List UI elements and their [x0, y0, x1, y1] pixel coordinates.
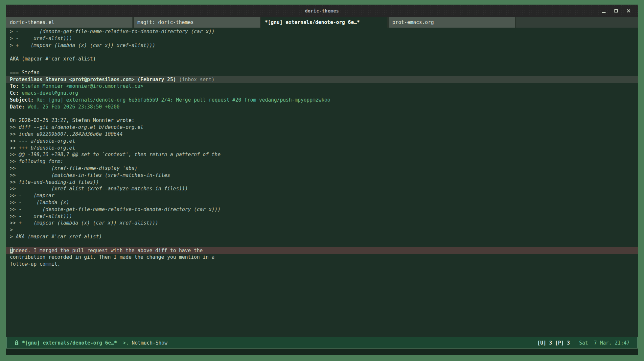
- close-icon: [627, 9, 631, 13]
- buffer-line: > - xref-alist))): [6, 35, 638, 42]
- window-controls: [600, 5, 632, 17]
- buffer-line: follow-up commit.: [6, 261, 638, 268]
- echo-area[interactable]: [6, 349, 638, 355]
- notmuch-show-buffer[interactable]: > - (denote-get-file-name-relative-to-de…: [6, 28, 638, 337]
- modeline[interactable]: *[gnu] externals/denote-org 6e…* >. Notm…: [6, 337, 638, 349]
- tab-magit-doric-themes[interactable]: magit: doric-themes: [134, 17, 260, 28]
- to-line: To: Stefan Monnier <monnier@iro.umontrea…: [6, 83, 638, 90]
- close-button[interactable]: [625, 7, 632, 15]
- tab-bar-filler: [516, 17, 638, 28]
- buffer-line: [6, 62, 638, 69]
- modeline-separator: >.: [123, 340, 129, 346]
- window-title: doric-themes: [305, 8, 339, 13]
- tab-doric-themes-el[interactable]: doric-themes.el: [6, 17, 132, 28]
- minimize-icon: [602, 12, 606, 13]
- buffer-line: >: [6, 227, 638, 233]
- buffer-line: >> - (denote-get-file-name-relative-to-d…: [6, 206, 638, 213]
- maximize-button[interactable]: [612, 7, 620, 15]
- buffer-line: >> - xref-alist))): [6, 213, 638, 220]
- buffer-line: >> diff --git a/denote-org.el b/denote-o…: [6, 124, 638, 131]
- buffer-line: >> (xref-file-name-display 'abs): [6, 165, 638, 172]
- buffer-line: >> - (mapcar: [6, 192, 638, 199]
- buffer-line: >> (matches-in-files (xref-matches-in-fi…: [6, 172, 638, 179]
- buffer-line: >> file-and-heading-id files)): [6, 179, 638, 186]
- minimize-button[interactable]: [600, 7, 608, 15]
- window-titlebar[interactable]: doric-themes: [6, 5, 638, 17]
- buffer-line: >> + (mapcar (lambda (x) (car x)) xref-a…: [6, 220, 638, 227]
- modeline-clock: Sat 7 Mar, 21:47: [579, 340, 630, 346]
- subject-line: Subject: Re: [gnu] externals/denote-org …: [6, 97, 638, 104]
- buffer-line: > - (denote-get-file-name-relative-to-de…: [6, 28, 638, 35]
- buffer-line: >> (xref-alist (xref--analyze matches-in…: [6, 185, 638, 192]
- buffer-line: >> @@ -198,10 +198,7 @@ set to `context'…: [6, 151, 638, 158]
- buffer-line: AKA (mapcar #'car xref-alist): [6, 56, 638, 62]
- buffer-line: >> +++ b/denote-org.el: [6, 145, 638, 152]
- date-line: Date: Wed, 25 Feb 2026 23:38:50 +0200: [6, 104, 638, 110]
- buffer-line: >> --- a/denote-org.el: [6, 138, 638, 145]
- buffer-line: > AKA (mapcar #'car xref-alist): [6, 233, 638, 240]
- cursor-line: Indeed. I merged the pull request with t…: [6, 247, 638, 254]
- tab-prot-emacs-org[interactable]: prot-emacs.org: [389, 17, 515, 28]
- buffer-line: contribution recorded in git. Then I mad…: [6, 254, 638, 261]
- buffer-line: [6, 49, 638, 56]
- buffer-line: === Stefan: [6, 69, 638, 76]
- emacs-frame: doric-themes doric-themes.elmagit: doric…: [6, 5, 638, 355]
- modeline-mail-counts: [U] 3 [P] 3: [537, 340, 570, 346]
- modeline-right: [U] 3 [P] 3 Sat 7 Mar, 21:47: [537, 340, 630, 346]
- tab-denote-org-buffer[interactable]: *[gnu] externals/denote-org 6e…*: [261, 17, 387, 28]
- buffer-line: >> following form:: [6, 158, 638, 165]
- modeline-buffer-name[interactable]: *[gnu] externals/denote-org 6e…*: [22, 340, 117, 346]
- modeline-left: *[gnu] externals/denote-org 6e…* >. Notm…: [14, 340, 167, 346]
- buffer-line: >> - (lambda (x): [6, 199, 638, 206]
- tab-bar: doric-themes.elmagit: doric-themes*[gnu]…: [6, 17, 638, 28]
- lock-icon: [14, 340, 19, 346]
- buffer-line: On 2026-02-25 23:27, Stefan Monnier wrot…: [6, 117, 638, 124]
- buffer-line: > + (mapcar (lambda (x) (car x)) xref-al…: [6, 42, 638, 49]
- maximize-icon: [614, 9, 618, 12]
- buffer-line: [6, 240, 638, 247]
- message-header-line: Protesilaos Stavrou <prot@protesilaos.co…: [6, 76, 638, 83]
- buffer-line: >> index e92209b007..2842d36a6e 100644: [6, 131, 638, 138]
- cc-line: Cc: emacs-devel@gnu.org: [6, 90, 638, 97]
- buffer-line: [6, 110, 638, 117]
- modeline-major-mode[interactable]: Notmuch-Show: [132, 340, 167, 346]
